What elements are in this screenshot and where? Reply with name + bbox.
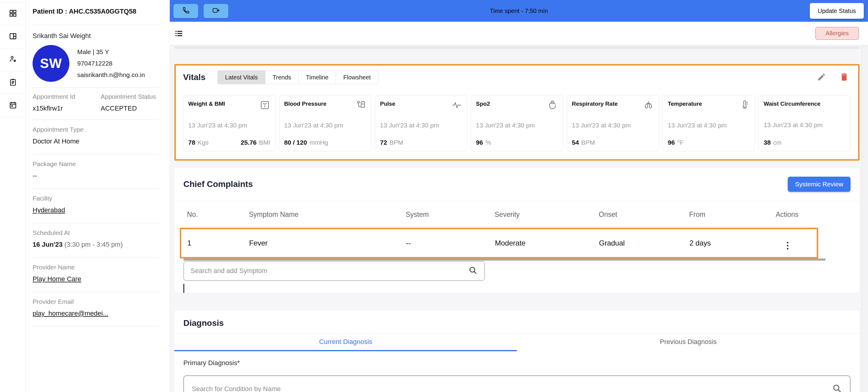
col-severity: Severity bbox=[495, 211, 599, 219]
vital-value: 96 bbox=[668, 139, 675, 146]
update-status-button[interactable]: Update Status bbox=[810, 3, 864, 19]
vital-card-values: 54BPM bbox=[572, 139, 654, 146]
appointment-status-value: ACCEPTED bbox=[101, 104, 159, 113]
app-window: Patient ID : AHC.C535A0GGTQ58 Srikanth S… bbox=[0, 0, 868, 392]
vital-value: 78 bbox=[188, 139, 195, 146]
search-icon bbox=[832, 383, 842, 392]
package-name-value: -- bbox=[33, 171, 159, 180]
vital-card-title: Waist Circumference bbox=[764, 100, 820, 107]
complaint-row-fever[interactable]: 1 Fever -- Moderate Gradual 2 days bbox=[180, 228, 818, 258]
appointment-id-status: Appointment Id x15kflrw1r Appointment St… bbox=[33, 88, 159, 120]
oximeter-finger-icon bbox=[547, 100, 558, 112]
icon-rail bbox=[0, 0, 26, 392]
allergies-button[interactable]: Allergies bbox=[815, 27, 859, 40]
complaints-table-header: No. Symptom Name System Severity Onset F… bbox=[174, 201, 860, 228]
vital-card-title: Spo2 bbox=[476, 100, 490, 107]
delete-vitals-button[interactable] bbox=[839, 72, 849, 83]
vital-value: 38 bbox=[764, 139, 771, 146]
nav-clipboard[interactable] bbox=[0, 71, 26, 94]
pulse-waveform-icon bbox=[451, 100, 462, 112]
vital-value-2: 25.76 bbox=[241, 139, 257, 146]
appointment-status-label: Appointment Status bbox=[101, 92, 159, 101]
thermometer-icon bbox=[739, 100, 750, 112]
patient-summary: SW Male | 35 Y 9704712228 saisrikanth.n@… bbox=[33, 45, 159, 88]
video-camera-icon bbox=[212, 6, 220, 16]
clipboard-icon bbox=[9, 78, 17, 88]
cell-no: 1 bbox=[187, 239, 249, 247]
vital-unit: Kgs bbox=[197, 139, 208, 146]
vital-card-date: 13 Jun'23 at 4:30 pm bbox=[380, 122, 462, 129]
vital-unit: cm bbox=[773, 139, 781, 146]
tab-flowsheet[interactable]: Flowsheet bbox=[336, 71, 378, 84]
patient-manage-icon bbox=[9, 55, 17, 65]
chief-complaints-header: Chief Complaints Systemic Review bbox=[174, 168, 860, 201]
video-call-button[interactable] bbox=[204, 4, 228, 18]
vital-card-title: Temperature bbox=[668, 100, 702, 107]
vital-card-title: Respiratory Rate bbox=[572, 100, 618, 107]
package-name-field: Package Name -- bbox=[33, 154, 159, 189]
vital-card-date: 13 Jun'23 at 4:30 pm bbox=[764, 121, 846, 129]
vital-value: 80 / 120 bbox=[284, 139, 307, 146]
tab-previous-diagnosis[interactable]: Previous Diagnosis bbox=[517, 334, 860, 351]
vital-card-date: 13 Jun'23 at 4:30 pm bbox=[668, 122, 750, 129]
nav-layout[interactable] bbox=[0, 25, 26, 48]
text-caret bbox=[183, 284, 184, 293]
provider-name-link[interactable]: Play Home Care bbox=[33, 275, 159, 283]
provider-email-label: Provider Email bbox=[33, 298, 159, 306]
table-horizontal-scrollbar[interactable] bbox=[183, 258, 826, 261]
col-actions: Actions bbox=[769, 211, 860, 219]
pencil-icon bbox=[817, 73, 826, 82]
edit-vitals-button[interactable] bbox=[817, 73, 826, 82]
nav-dashboard[interactable] bbox=[0, 2, 26, 25]
list-view-icon[interactable] bbox=[174, 29, 183, 38]
tab-timeline[interactable]: Timeline bbox=[298, 71, 336, 84]
scheduled-at-field: Scheduled At 16 Jun'23 (3:30 pm - 3:45 p… bbox=[33, 223, 159, 258]
vital-card-title: Weight & BMI bbox=[188, 100, 225, 107]
vitals-header: Vitals Latest Vitals Trends Timeline Flo… bbox=[183, 71, 851, 84]
vital-card-pulse: Pulse 13 Jun'23 at 4:30 pm 72BPM bbox=[375, 95, 467, 151]
provider-email-link[interactable]: play_homecare@medei... bbox=[33, 309, 159, 318]
vital-unit: BPM bbox=[390, 139, 403, 146]
symptom-search-input[interactable] bbox=[191, 267, 468, 275]
appointment-id-value: x15kflrw1r bbox=[33, 104, 101, 113]
call-toolbar: Time spent - 7:50 min Update Status bbox=[170, 0, 868, 22]
nav-patient-manage[interactable] bbox=[0, 48, 26, 71]
provider-email-field: Provider Email play_homecare@medei... bbox=[33, 292, 159, 327]
main-area: Time spent - 7:50 min Update Status Alle… bbox=[170, 0, 868, 392]
vitals-title: Vitals bbox=[183, 73, 206, 82]
layout-panels-icon bbox=[9, 32, 17, 42]
horizontal-scrollbar[interactable] bbox=[174, 46, 860, 49]
condition-search-input[interactable] bbox=[192, 385, 832, 392]
nav-calendar[interactable] bbox=[0, 94, 26, 117]
vitals-cards-row: Weight & BMI 13 Jun'23 at 4:30 pm 78Kgs … bbox=[183, 95, 851, 151]
col-onset: Onset bbox=[599, 211, 689, 219]
scheduled-time: (3:30 pm - 3:45 pm) bbox=[62, 241, 122, 248]
bp-monitor-icon bbox=[355, 100, 366, 112]
condition-search-box bbox=[183, 375, 850, 392]
vital-card-values: 80 / 120mmHg bbox=[284, 139, 366, 146]
row-actions-kebab-icon[interactable] bbox=[787, 242, 788, 249]
patient-name: Srikanth Sai Weight bbox=[33, 32, 159, 40]
cell-system: -- bbox=[406, 239, 495, 247]
cell-onset: Gradual bbox=[599, 239, 689, 247]
facility-link[interactable]: Hyderabad bbox=[33, 206, 159, 215]
tab-latest-vitals[interactable]: Latest Vitals bbox=[217, 71, 266, 84]
vital-value: 72 bbox=[380, 139, 387, 146]
vital-card-values: 96% bbox=[476, 139, 558, 146]
scheduled-at-value: 16 Jun'23 (3:30 pm - 3:45 pm) bbox=[33, 241, 159, 249]
scroll-content: Vitals Latest Vitals Trends Timeline Flo… bbox=[170, 45, 868, 392]
diagnosis-section: Diagnosis Current Diagnosis Previous Dia… bbox=[174, 310, 860, 392]
provider-name-label: Provider Name bbox=[33, 263, 159, 271]
phone-call-button[interactable] bbox=[174, 4, 198, 18]
tab-trends[interactable]: Trends bbox=[265, 71, 299, 84]
cell-symptom: Fever bbox=[249, 239, 406, 247]
tab-current-diagnosis[interactable]: Current Diagnosis bbox=[174, 334, 517, 351]
vital-card-values: 38cm bbox=[764, 139, 846, 146]
vital-card-blood-pressure: Blood Pressure 13 Jun'23 at 4:30 pm 80 /… bbox=[279, 95, 371, 151]
systemic-review-button[interactable]: Systemic Review bbox=[788, 177, 850, 192]
search-icon bbox=[468, 265, 478, 276]
vital-card-title: Blood Pressure bbox=[284, 100, 326, 107]
cell-severity: Moderate bbox=[495, 239, 599, 247]
vertical-scrollbar[interactable] bbox=[861, 45, 868, 392]
vital-unit-2: BMI bbox=[259, 139, 270, 146]
